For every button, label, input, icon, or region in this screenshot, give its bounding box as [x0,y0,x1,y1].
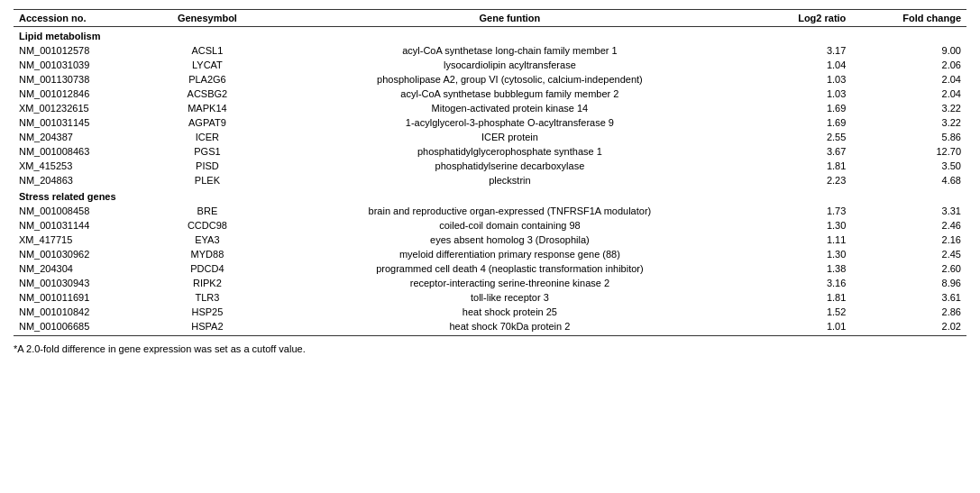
cell-foldchange: 9.00 [851,43,966,58]
table-footnote: *A 2.0-fold difference in gene expressio… [14,343,966,354]
gene-table: Accession no. Genesymbol Gene funtion Lo… [14,9,966,336]
section-title-0: Lipid metabolism [14,27,966,44]
cell-log2ratio: 1.30 [754,218,851,233]
cell-genesymbol: CCDC98 [149,218,266,233]
table-row: NM_001030962MYD88myeloid differentiation… [14,247,966,261]
table-row: NM_001031144CCDC98coiled-coil domain con… [14,218,966,233]
section-header-1: Stress related genes [14,187,966,204]
cell-accession: XM_001232615 [14,101,149,115]
cell-accession: XM_415253 [14,159,149,173]
cell-log2ratio: 3.16 [754,276,851,290]
cell-foldchange: 4.68 [851,173,966,187]
cell-log2ratio: 1.11 [754,233,851,247]
cell-genesymbol: ACSBG2 [149,87,266,101]
cell-accession: NM_204863 [14,173,149,187]
cell-accession: NM_001030962 [14,247,149,261]
cell-genesymbol: RIPK2 [149,276,266,290]
cell-accession: NM_001012846 [14,87,149,101]
cell-accession: NM_001011691 [14,290,149,305]
cell-genesymbol: ACSL1 [149,43,266,58]
cell-function: acyl-CoA synthetase long-chain family me… [266,43,754,58]
cell-function: heat shock protein 25 [266,305,754,319]
main-table-container: Accession no. Genesymbol Gene funtion Lo… [14,9,966,354]
cell-function: acyl-CoA synthetase bubblegum family mem… [266,87,754,101]
cell-foldchange: 3.61 [851,290,966,305]
cell-accession: NM_001008463 [14,144,149,159]
cell-genesymbol: HSP25 [149,305,266,319]
cell-log2ratio: 2.55 [754,130,851,144]
cell-log2ratio: 1.03 [754,72,851,87]
section-title-1: Stress related genes [14,187,966,204]
cell-foldchange: 2.46 [851,218,966,233]
cell-log2ratio: 3.17 [754,43,851,58]
cell-genesymbol: MAPK14 [149,101,266,115]
cell-genesymbol: PDCD4 [149,261,266,276]
cell-foldchange: 12.70 [851,144,966,159]
table-row: NM_001130738PLA2G6phospholipase A2, grou… [14,72,966,87]
cell-genesymbol: AGPAT9 [149,115,266,130]
cell-foldchange: 2.45 [851,247,966,261]
col-genesymbol: Genesymbol [149,10,266,27]
cell-foldchange: 2.02 [851,319,966,336]
cell-function: brain and reproductive organ-expressed (… [266,204,754,218]
col-accession: Accession no. [14,10,149,27]
cell-log2ratio: 1.69 [754,101,851,115]
cell-genesymbol: PLA2G6 [149,72,266,87]
cell-genesymbol: HSPA2 [149,319,266,336]
cell-log2ratio: 1.04 [754,58,851,72]
col-log2ratio: Log2 ratio [754,10,851,27]
table-row: NM_204304PDCD4programmed cell death 4 (n… [14,261,966,276]
table-body: Lipid metabolismNM_001012578ACSL1acyl-Co… [14,27,966,336]
cell-function: heat shock 70kDa protein 2 [266,319,754,336]
cell-function: phospholipase A2, group VI (cytosolic, c… [266,72,754,87]
table-row: NM_001012846ACSBG2acyl-CoA synthetase bu… [14,87,966,101]
cell-log2ratio: 1.03 [754,87,851,101]
table-row: NM_001008463PGS1phosphatidylglycerophosp… [14,144,966,159]
table-row: NM_204387ICERICER protein2.555.86 [14,130,966,144]
cell-genesymbol: PLEK [149,173,266,187]
cell-function: 1-acylglycerol-3-phosphate O-acyltransfe… [266,115,754,130]
cell-accession: NM_001031144 [14,218,149,233]
cell-function: toll-like receptor 3 [266,290,754,305]
cell-foldchange: 3.22 [851,101,966,115]
cell-accession: NM_001006685 [14,319,149,336]
table-row: NM_001030943RIPK2receptor-interacting se… [14,276,966,290]
cell-function: programmed cell death 4 (neoplastic tran… [266,261,754,276]
cell-foldchange: 2.16 [851,233,966,247]
cell-accession: NM_204304 [14,261,149,276]
cell-foldchange: 2.60 [851,261,966,276]
table-row: NM_001006685HSPA2heat shock 70kDa protei… [14,319,966,336]
cell-foldchange: 2.06 [851,58,966,72]
cell-log2ratio: 1.01 [754,319,851,336]
col-function: Gene funtion [266,10,754,27]
cell-genesymbol: LYCAT [149,58,266,72]
cell-log2ratio: 1.81 [754,159,851,173]
cell-log2ratio: 2.23 [754,173,851,187]
section-header-0: Lipid metabolism [14,27,966,44]
table-row: NM_001008458BREbrain and reproductive or… [14,204,966,218]
cell-foldchange: 3.22 [851,115,966,130]
table-row: XM_417715EYA3eyes absent homolog 3 (Dros… [14,233,966,247]
cell-function: phosphatidylglycerophosphate synthase 1 [266,144,754,159]
cell-foldchange: 8.96 [851,276,966,290]
cell-genesymbol: MYD88 [149,247,266,261]
cell-log2ratio: 1.73 [754,204,851,218]
cell-accession: NM_001012578 [14,43,149,58]
cell-log2ratio: 1.69 [754,115,851,130]
cell-accession: NM_001010842 [14,305,149,319]
cell-function: Mitogen-activated protein kinase 14 [266,101,754,115]
cell-function: ICER protein [266,130,754,144]
cell-function: eyes absent homolog 3 (Drosophila) [266,233,754,247]
cell-function: pleckstrin [266,173,754,187]
cell-genesymbol: PISD [149,159,266,173]
cell-genesymbol: PGS1 [149,144,266,159]
cell-accession: NM_001031145 [14,115,149,130]
table-row: XM_415253PISDphosphatidylserine decarbox… [14,159,966,173]
table-row: NM_001010842HSP25heat shock protein 251.… [14,305,966,319]
cell-foldchange: 2.86 [851,305,966,319]
cell-accession: NM_001130738 [14,72,149,87]
cell-function: coiled-coil domain containing 98 [266,218,754,233]
cell-function: lysocardiolipin acyltransferase [266,58,754,72]
cell-accession: NM_001008458 [14,204,149,218]
cell-function: receptor-interacting serine-threonine ki… [266,276,754,290]
